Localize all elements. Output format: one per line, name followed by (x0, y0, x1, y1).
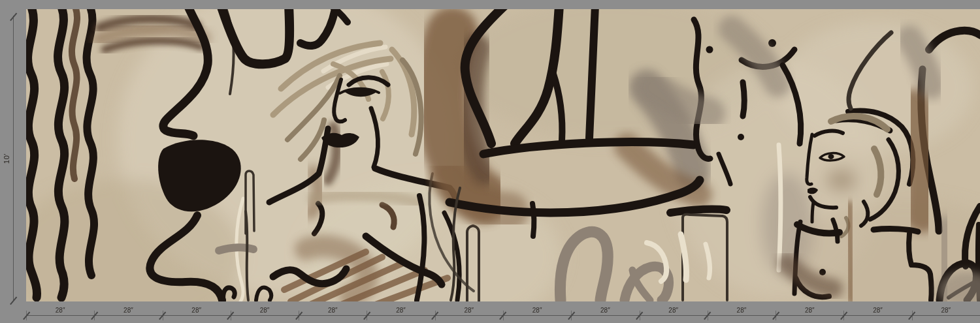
panel-width-segment: 28″ (776, 301, 843, 323)
panel-width-segment: 28″ (640, 301, 708, 323)
panel-width-label: 28″ (94, 307, 162, 314)
panel-segments: 28″ 28″ 28″ 28″ 28″ 28″ 28″ 28″ 28″ 28″ (26, 301, 980, 323)
height-ruler-line (13, 16, 14, 301)
panel-width-segment: 28″ (503, 301, 571, 323)
panel-width-label: 28″ (435, 307, 503, 314)
panel-width-segment: 28″ (843, 301, 911, 323)
panel-width-segment: 28″ (708, 301, 776, 323)
panel-width-label: 28″ (367, 307, 434, 314)
mural-preview (26, 9, 980, 301)
panel-width-segment: 28″ (26, 301, 94, 323)
panel-width-label: 28″ (640, 307, 708, 314)
mural-artwork (26, 9, 980, 301)
panel-width-segment: 28″ (435, 301, 503, 323)
panel-width-segment: 28″ (367, 301, 434, 323)
panel-width-segment: 28″ (912, 301, 980, 323)
panel-width-segment: 28″ (231, 301, 299, 323)
panel-width-label: 28″ (843, 307, 911, 314)
mural-preview-stage: 10′ 28″ 28″ 28″ 28″ 28″ 28″ 28″ 28″ 28″ (0, 0, 980, 323)
panel-width-label: 28″ (912, 307, 980, 314)
panel-width-segment: 28″ (163, 301, 231, 323)
width-ruler: 28″ 28″ 28″ 28″ 28″ 28″ 28″ 28″ 28″ 28″ (26, 301, 980, 323)
panel-width-label: 28″ (708, 307, 776, 314)
panel-width-segment: 28″ (571, 301, 639, 323)
panel-width-segment: 28″ (94, 301, 162, 323)
panel-width-segment: 28″ (299, 301, 367, 323)
panel-width-label: 28″ (503, 307, 571, 314)
panel-width-label: 28″ (231, 307, 299, 314)
panel-width-label: 28″ (26, 307, 94, 314)
height-label: 10′ (3, 153, 10, 164)
panel-width-label: 28″ (776, 307, 843, 314)
panel-width-label: 28″ (571, 307, 639, 314)
panel-width-label: 28″ (299, 307, 367, 314)
panel-width-label: 28″ (163, 307, 231, 314)
